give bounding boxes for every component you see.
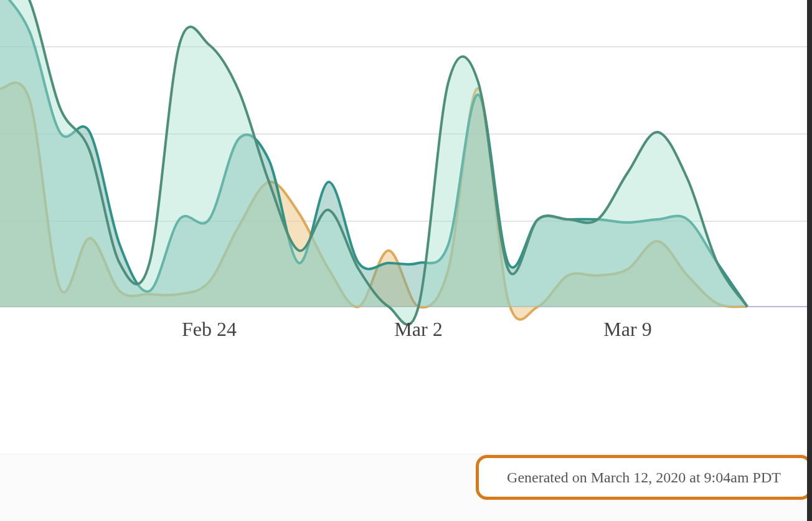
- area-chart: Feb 24Mar 2Mar 9: [0, 0, 812, 355]
- generated-timestamp-callout: Generated on March 12, 2020 at 9:04am PD…: [476, 455, 812, 500]
- x-tick-label: Mar 9: [603, 318, 651, 341]
- x-axis-labels: Feb 24Mar 2Mar 9: [0, 318, 812, 349]
- generated-timestamp-text: Generated on March 12, 2020 at 9:04am PD…: [507, 469, 781, 486]
- chart-svg: [0, 0, 812, 355]
- x-tick-label: Feb 24: [182, 318, 237, 341]
- x-tick-label: Mar 2: [394, 318, 442, 341]
- right-frame-edge: [807, 0, 812, 521]
